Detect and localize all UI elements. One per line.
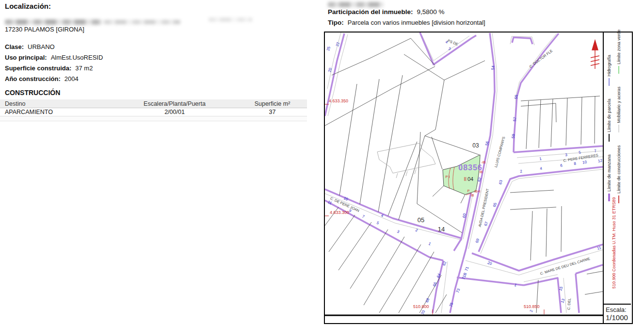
legend-swatch-mobiliario [618, 125, 619, 132]
legend-swatch-hidrografia [609, 78, 610, 86]
tipo-label: Tipo: [328, 19, 344, 26]
legend-label: Límite de parcela [607, 98, 612, 132]
tipo-value: Parcela con varios inmuebles [division h… [348, 19, 485, 26]
postal-city-line: 17230 PALAMOS [GIRONA] [5, 26, 84, 33]
house-number: 12 [598, 158, 603, 163]
construccion-table: Destino Escalera/Planta/Puerta Superfici… [0, 99, 307, 121]
house-number: 15 [558, 286, 564, 292]
construction-label: -IB [482, 161, 486, 164]
cadastral-map[interactable]: 08356 03 II 04 05 14 PS DE C. DOCTOR FLE… [325, 32, 603, 323]
field-anio-value: 2004 [64, 75, 79, 82]
participacion-row: Participación del inmueble:9,5800 % [328, 8, 445, 16]
field-superficie: Superficie construida:37 m2 [5, 65, 93, 72]
construction-label: IB [471, 194, 474, 197]
house-number: 69 [475, 238, 480, 243]
house-number: 2 [529, 309, 534, 313]
field-clase: Clase:URBANO [5, 43, 55, 50]
participacion-value: 9,5800 % [417, 8, 445, 16]
construction-label: IB [480, 170, 483, 174]
redacted-address-cont [104, 20, 180, 24]
house-number: 63 [498, 179, 503, 185]
legend-swatch-manzana [608, 194, 610, 201]
parcel-number: 05 [418, 216, 424, 224]
scale-value: 1/1000 [606, 313, 629, 322]
house-number: 13 [560, 298, 566, 304]
house-number: 25 [326, 46, 331, 51]
utm-coordinates-note: 510.900 Coordenadas U.TM. Huso 31 ETRS89 [612, 201, 616, 289]
house-number: 62 [442, 260, 448, 266]
parcel-number: 04 [467, 176, 473, 182]
house-number: 68 [425, 297, 431, 303]
field-superficie-value: 37 m2 [75, 65, 93, 72]
house-number: 2 [520, 169, 523, 174]
house-number: 67 [483, 221, 489, 226]
field-clase-value: URBANO [28, 43, 55, 50]
street-name: AVDA DEL PRESIDENT [478, 188, 490, 228]
house-number: 1 [539, 157, 542, 162]
house-number: 2 [415, 228, 419, 233]
house-number: 73 [455, 288, 461, 293]
coordinate-label: 4.633.350 [329, 98, 348, 103]
house-number: 55 [514, 94, 519, 99]
parcel-04-prefix: II [464, 177, 467, 182]
field-uso: Uso principal:AlmEst.UsoRESID [5, 54, 103, 61]
scale-box: Escala: 1/1000 [604, 304, 631, 323]
cell-escalera: 2/00/01 [112, 109, 238, 115]
house-number: 11 [596, 245, 602, 251]
redacted-reference [328, 2, 384, 7]
construction-label: P I [445, 175, 450, 179]
street-name: PS DE [447, 38, 459, 47]
col-header-superficie: Superficie m² [238, 100, 307, 107]
north-arrow-icon [591, 40, 599, 69]
house-number: 3 [448, 47, 451, 51]
legend-label: Límite de construcciones [616, 145, 621, 194]
legend-line-2: Límite de construcciones Mobiliario y ac… [616, 36, 621, 203]
house-number: 7 [594, 149, 597, 154]
col-header-destino: Destino [0, 100, 112, 107]
parcel-number: 03 [472, 142, 479, 149]
parcel-number: 14 [438, 226, 445, 233]
street-name: C. DOCTOR FLE [529, 49, 554, 69]
building-footprint [377, 143, 435, 178]
cadastral-property-page: Localización: 17230 PALAMOS [GIRONA] Cla… [0, 0, 644, 325]
house-number: 71 [464, 266, 470, 272]
house-number: 10 [582, 160, 588, 164]
tipo-row: Tipo:Parcela con varios inmuebles [divis… [328, 19, 485, 26]
cadastral-map-box: 08356 03 II 04 05 14 PS DE C. DOCTOR FLE… [324, 32, 633, 324]
legend-item-limite-construcciones: Límite de construcciones [616, 145, 621, 203]
house-number: 6 [560, 163, 563, 168]
field-uso-label: Uso principal: [5, 54, 47, 61]
cell-destino: APARCAMIENTO [0, 109, 112, 115]
house-number: 75 [449, 302, 454, 308]
legend-swatch-zona-verde [618, 66, 619, 74]
legend-label: Hidrografía [607, 55, 612, 77]
redacted-address [5, 19, 102, 25]
localizacion-heading: Localización: [5, 2, 51, 10]
house-number: 3 [565, 153, 568, 158]
house-number: 8 [574, 162, 577, 166]
legend-item-limite-parcela: Límite de parcela [607, 98, 612, 142]
legend-item-mobiliario: Mobiliario y aceras [616, 86, 621, 132]
field-anio-label: Año construcción: [5, 75, 61, 82]
house-number: 70 [420, 309, 426, 315]
scale-label: Escala: [606, 306, 629, 313]
cell-superficie: 37 [238, 109, 307, 115]
house-number: 7 [361, 214, 365, 219]
participacion-label: Participación del inmueble: [328, 8, 413, 16]
coordinate-label: 510.800 [413, 304, 429, 309]
field-anio: Año construcción:2004 [5, 75, 79, 82]
house-number: 10 [343, 196, 349, 202]
house-number: 59 [511, 133, 516, 138]
legend-item-limite-manzana: Límite de manzana [607, 154, 612, 201]
legend-line-1: Límite de manzana Límite de parcela Hidr… [607, 41, 612, 201]
legend-swatch-construcciones [618, 195, 619, 203]
street-name: LLUIS COMPANYS [494, 136, 506, 168]
house-number: 3 [396, 229, 400, 234]
legend-label: Límite zona verde [616, 30, 621, 65]
construccion-heading: CONSTRUCCIÓN [5, 89, 60, 97]
street-name: C. DEL [566, 298, 572, 310]
coordinate-label: 510.850 [524, 304, 540, 309]
property-info-panel: Localización: 17230 PALAMOS [GIRONA] Cla… [0, 0, 320, 325]
construction-label: IB+I [474, 190, 481, 193]
table-row: APARCAMIENTO 2/00/01 37 [0, 108, 307, 116]
